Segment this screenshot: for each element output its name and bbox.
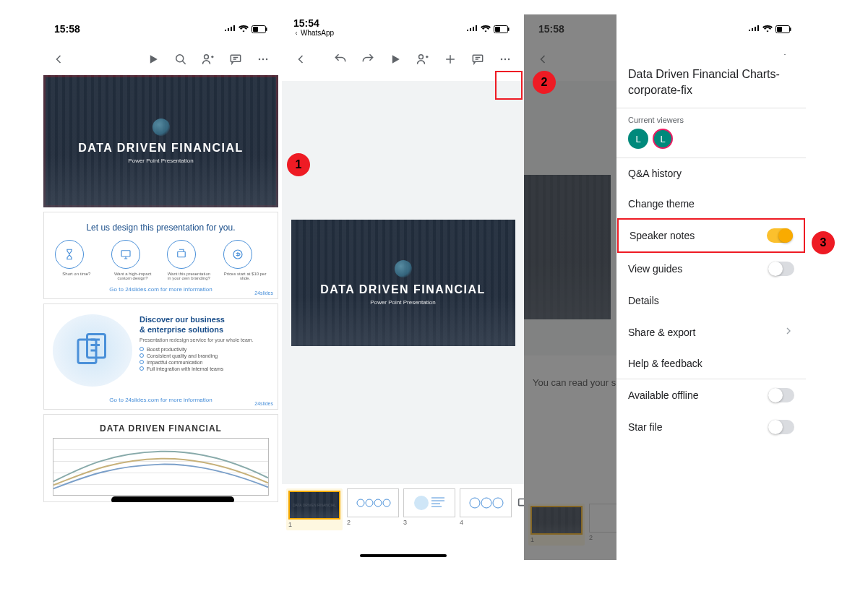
globe-icon xyxy=(395,260,412,277)
svg-rect-2 xyxy=(266,27,267,31)
comments-button[interactable] xyxy=(223,46,249,72)
menu-details[interactable]: Details xyxy=(616,285,806,316)
cellular-icon xyxy=(466,25,478,33)
play-button[interactable] xyxy=(140,46,166,72)
panel-menu: 15:58 You ca xyxy=(524,14,806,560)
menu-share-export[interactable]: Share & export xyxy=(616,316,806,348)
svg-point-7 xyxy=(262,59,265,61)
back-to-app[interactable]: WhatsApp xyxy=(293,29,334,37)
status-bar: 15:58 xyxy=(40,14,282,43)
filmstrip-thumb-3[interactable]: 3 xyxy=(403,488,455,526)
comments-button[interactable] xyxy=(465,46,491,72)
menu-help-feedback[interactable]: Help & feedback xyxy=(616,348,806,379)
filmstrip-thumb-4[interactable]: 4 xyxy=(460,488,512,526)
svg-rect-1 xyxy=(253,27,258,32)
back-button[interactable] xyxy=(46,46,72,72)
back-button[interactable] xyxy=(288,46,314,72)
home-indicator xyxy=(360,554,447,557)
menu-change-theme[interactable]: Change theme xyxy=(616,189,806,219)
monitor-icon xyxy=(111,240,140,269)
svg-rect-9 xyxy=(121,251,130,257)
offline-toggle[interactable] xyxy=(768,388,794,402)
svg-rect-30 xyxy=(519,499,524,506)
svg-point-24 xyxy=(374,499,382,507)
cellular-icon xyxy=(748,25,760,33)
filmstrip-thumb-2[interactable]: 2 xyxy=(347,488,399,526)
svg-point-25 xyxy=(383,499,390,507)
share-person-button[interactable] xyxy=(195,46,221,72)
slide3-title2: & enterprise solutions xyxy=(139,324,254,335)
add-slide-button[interactable] xyxy=(516,488,524,517)
svg-point-19 xyxy=(501,59,503,61)
status-bar: 15:58 xyxy=(524,14,806,43)
callout-3: 3 xyxy=(812,231,835,254)
file-title: Data Driven Financial Charts-corporate-f… xyxy=(616,66,806,108)
svg-point-8 xyxy=(266,59,268,61)
battery-icon xyxy=(775,25,791,33)
battery-icon xyxy=(494,25,510,33)
slide-thumb-2[interactable]: Let us design this presentation for you.… xyxy=(43,212,278,299)
share-person-button[interactable] xyxy=(410,46,436,72)
svg-point-6 xyxy=(259,59,261,61)
svg-rect-5 xyxy=(231,55,240,61)
slide-thumb-3[interactable]: Discover our business & enterprise solut… xyxy=(43,303,278,410)
slide-canvas[interactable]: DATA DRIVEN FINANCIAL Power Point Presen… xyxy=(282,81,524,484)
panel-editor: 15:54 WhatsApp xyxy=(282,14,524,560)
menu-speaker-notes[interactable]: Speaker notes xyxy=(618,219,804,252)
viewer-avatar-1[interactable]: L xyxy=(628,129,648,149)
star-toggle[interactable] xyxy=(768,420,794,434)
more-button[interactable] xyxy=(492,46,518,72)
toolbar-overview xyxy=(40,43,282,75)
svg-point-3 xyxy=(176,55,184,62)
filmstrip-thumb-1[interactable]: 1 xyxy=(528,504,585,546)
view-guides-toggle[interactable] xyxy=(768,262,794,276)
slide-thumb-1[interactable]: DATA DRIVEN FINANCIAL Power Point Presen… xyxy=(43,75,278,207)
play-button[interactable] xyxy=(382,46,408,72)
cellular-icon xyxy=(224,25,236,33)
svg-point-4 xyxy=(205,55,209,59)
svg-point-28 xyxy=(481,498,491,508)
svg-point-22 xyxy=(357,499,364,507)
filmstrip: DATA DRIVEN FINANCIAL 1 2 3 4 xyxy=(282,484,524,530)
menu-qa-history[interactable]: Q&A history xyxy=(616,158,806,189)
menu-available-offline[interactable]: Available offline xyxy=(616,379,806,411)
menu-star-file[interactable]: Star file xyxy=(616,411,806,443)
slides-grid[interactable]: DATA DRIVEN FINANCIAL Power Point Presen… xyxy=(40,75,282,502)
slide-title: DATA DRIVEN FINANCIAL xyxy=(78,142,244,155)
panel-overview: 15:58 xyxy=(40,14,282,560)
svg-point-21 xyxy=(508,59,510,61)
svg-rect-16 xyxy=(508,27,510,31)
status-icons xyxy=(466,25,510,33)
more-button[interactable] xyxy=(250,46,276,72)
redo-button[interactable] xyxy=(355,46,381,72)
hourglass-icon xyxy=(55,240,84,269)
slide3-title1: Discover our business xyxy=(139,314,254,324)
slide-subtitle: Power Point Presentation xyxy=(128,158,193,164)
slide-thumb-4[interactable]: DATA DRIVEN FINANCIAL xyxy=(43,414,278,502)
globe-icon xyxy=(152,118,170,136)
status-icons xyxy=(748,25,791,33)
undo-button[interactable] xyxy=(327,46,353,72)
viewers-section: Current viewers L L xyxy=(616,108,806,158)
search-button[interactable] xyxy=(168,46,194,72)
wifi-icon xyxy=(762,25,773,33)
svg-rect-32 xyxy=(777,27,782,32)
insert-button[interactable] xyxy=(437,46,463,72)
chart-area xyxy=(53,438,269,496)
menu-view-guides[interactable]: View guides xyxy=(616,252,806,285)
viewer-avatar-2[interactable]: L xyxy=(653,129,673,149)
wifi-icon xyxy=(481,25,491,33)
speaker-notes-toggle[interactable] xyxy=(767,228,793,243)
status-bar: 15:54 WhatsApp xyxy=(282,14,524,43)
svg-point-27 xyxy=(470,498,480,508)
slides-icon xyxy=(167,240,196,269)
back-button[interactable] xyxy=(530,46,556,72)
svg-rect-15 xyxy=(495,27,500,32)
filmstrip-thumb-1[interactable]: DATA DRIVEN FINANCIAL 1 xyxy=(286,488,343,530)
chevron-right-icon xyxy=(783,325,794,339)
svg-point-23 xyxy=(366,499,373,507)
price-icon xyxy=(223,240,252,269)
menu-sheet: Data Driven Financial Charts-corporate-f… xyxy=(616,55,806,560)
status-time: 15:58 xyxy=(54,23,80,35)
status-icons xyxy=(224,25,267,33)
